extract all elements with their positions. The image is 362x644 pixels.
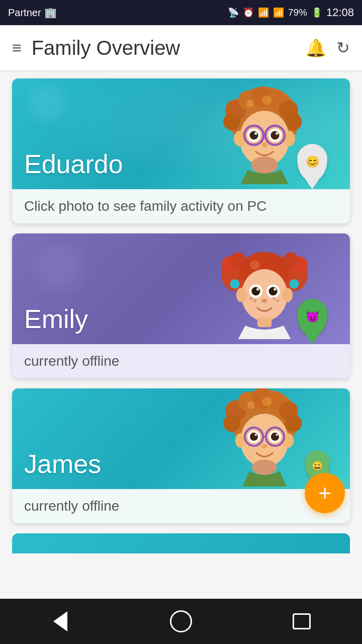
signal-icon: 📶 [273, 7, 284, 18]
svg-point-39 [256, 288, 259, 291]
svg-point-43 [249, 297, 252, 300]
svg-point-23 [251, 156, 278, 174]
svg-point-9 [262, 96, 272, 105]
app-bar-right: 🔔 ↻ [305, 38, 350, 58]
card-bottom-james: currently offline [12, 489, 350, 523]
svg-point-64 [250, 433, 258, 441]
card-top-eduardo: Eduardo [12, 78, 350, 189]
card-top-emily: Emily [12, 233, 350, 344]
pin-eduardo: 😊 [297, 144, 327, 182]
nav-bar [0, 599, 362, 644]
battery-icon: 🔋 [311, 7, 322, 18]
svg-point-20 [276, 132, 279, 135]
pin-face-icon: 😊 [306, 155, 319, 169]
battery-text: 79% [288, 7, 307, 18]
svg-point-58 [262, 397, 272, 407]
svg-point-38 [251, 287, 260, 295]
refresh-icon[interactable]: ↻ [336, 38, 350, 57]
app-bar: ≡ Family Overview 🔔 ↻ [0, 25, 362, 70]
pin-green-face-icon: 😈 [306, 310, 319, 324]
alarm-icon: ⏰ [243, 7, 254, 18]
back-icon [53, 611, 67, 631]
card-bottom-emily: currently offline [12, 344, 350, 378]
fab-plus-icon: + [318, 482, 331, 504]
clock: 12:08 [326, 6, 354, 19]
member-card-eduardo[interactable]: Eduardo [12, 78, 350, 223]
svg-point-41 [269, 287, 278, 295]
svg-point-42 [274, 288, 277, 291]
character-eduardo [219, 84, 310, 184]
svg-point-47 [261, 299, 267, 303]
svg-point-34 [241, 269, 287, 321]
svg-point-72 [252, 460, 277, 475]
svg-point-46 [277, 299, 280, 302]
member-status-james: currently offline [24, 498, 119, 514]
pin-emily: 😈 [297, 299, 327, 337]
svg-point-55 [285, 415, 302, 432]
svg-point-33 [290, 279, 299, 289]
svg-point-59 [240, 414, 288, 467]
svg-point-31 [250, 260, 259, 270]
member-name-emily: Emily [24, 304, 88, 334]
svg-point-56 [223, 415, 240, 432]
app-bar-left: ≡ Family Overview [12, 37, 180, 59]
card-bottom-eduardo: Click photo to see family activity on PC [12, 189, 350, 223]
card-peek-4th [12, 533, 350, 553]
wifi-icon: 📶 [258, 7, 269, 18]
main-content: Eduardo [0, 70, 362, 561]
svg-point-16 [254, 132, 257, 135]
svg-point-68 [271, 433, 279, 441]
svg-point-69 [276, 434, 278, 436]
svg-point-71 [261, 444, 267, 449]
page-title: Family Overview [32, 37, 180, 59]
hamburger-menu-icon[interactable]: ≡ [12, 39, 22, 57]
sim-icon: 📡 [228, 7, 239, 18]
member-name-eduardo: Eduardo [24, 149, 123, 179]
character-emily [219, 238, 310, 339]
member-status-emily: currently offline [24, 353, 119, 369]
member-name-james: James [24, 449, 101, 479]
status-right: 📡 ⏰ 📶 📶 79% 🔋 12:08 [228, 6, 354, 19]
recent-apps-icon [293, 613, 311, 629]
status-left: Partner 🏢 [8, 7, 57, 19]
svg-point-22 [261, 142, 267, 147]
member-card-emily[interactable]: Emily [12, 233, 350, 378]
nav-recent-button[interactable] [282, 606, 322, 636]
nav-home-button[interactable] [161, 606, 201, 636]
svg-point-35 [236, 288, 247, 302]
partner-icon: 🏢 [44, 7, 57, 19]
app-label: Partner [8, 7, 41, 19]
svg-rect-48 [257, 317, 272, 327]
avatar-area-emily: 😈 [194, 233, 335, 344]
card-top-james: James [12, 388, 350, 489]
notification-bell-icon[interactable]: 🔔 [305, 38, 326, 58]
svg-point-65 [254, 434, 257, 436]
home-icon [170, 610, 192, 632]
avatar-area-eduardo: 😊 [194, 78, 335, 189]
pin-james-face-icon: 😀 [312, 460, 323, 471]
add-member-fab-button[interactable]: + [305, 473, 345, 513]
character-james [219, 388, 310, 487]
svg-point-44 [253, 299, 256, 302]
svg-point-15 [249, 131, 258, 139]
nav-back-button[interactable] [40, 606, 80, 636]
member-status-eduardo: Click photo to see family activity on PC [24, 198, 266, 214]
svg-point-45 [273, 297, 276, 300]
pin-green-icon: 😈 [297, 299, 327, 337]
pin-white-icon: 😊 [297, 144, 327, 182]
svg-point-57 [247, 401, 255, 409]
member-card-james[interactable]: James [12, 388, 350, 523]
svg-point-32 [230, 279, 239, 289]
status-bar: Partner 🏢 📡 ⏰ 📶 📶 79% 🔋 12:08 [0, 0, 362, 25]
avatar-area-james: 😀 [194, 388, 335, 484]
svg-point-7 [223, 113, 240, 130]
svg-point-19 [270, 131, 279, 139]
svg-point-8 [246, 100, 254, 107]
svg-point-36 [282, 288, 293, 302]
